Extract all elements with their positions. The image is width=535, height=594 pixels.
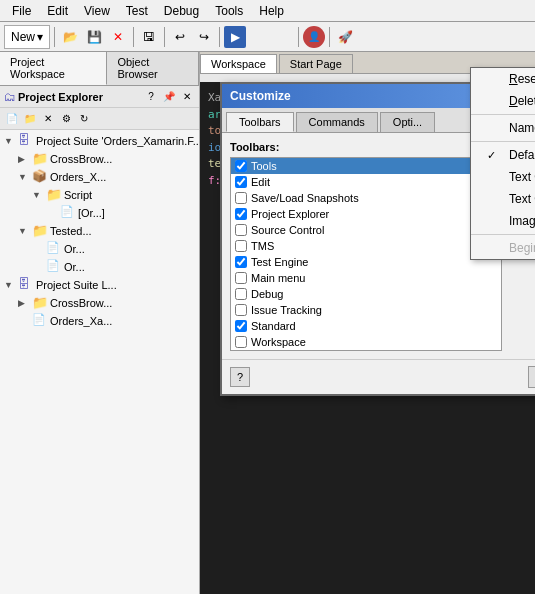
save-all-button[interactable]: 🖫: [138, 26, 160, 48]
tree-toggle-orders-x[interactable]: ▼: [18, 172, 32, 182]
toolbar-item-edit[interactable]: Edit: [231, 174, 501, 190]
toolbar-item-explorer[interactable]: Project Explorer: [231, 206, 501, 222]
refresh-icon[interactable]: ↻: [76, 111, 92, 127]
panel-help-icon[interactable]: ?: [143, 89, 159, 105]
ctx-default-style[interactable]: ✓ Default style: [471, 144, 535, 166]
tree-item-orders-x[interactable]: ▼ 📦 Orders_X...: [16, 168, 197, 186]
ctx-text-always[interactable]: Text Only (Always): [471, 166, 535, 188]
tree-item-script[interactable]: ▼ 📁 Script: [30, 186, 197, 204]
new-dropdown-icon: ▾: [37, 30, 43, 44]
tree-item-tested[interactable]: ▼ 📁 Tested...: [16, 222, 197, 240]
toolbar-check-debug[interactable]: [235, 288, 247, 300]
toolbar-item-standard[interactable]: Standard: [231, 318, 501, 334]
stop-button[interactable]: [248, 26, 270, 48]
menu-help[interactable]: Help: [251, 2, 292, 20]
debug-button[interactable]: [272, 26, 294, 48]
close-dialog-button[interactable]: Close: [528, 366, 535, 388]
ctx-reset[interactable]: Reset: [471, 68, 535, 90]
toolbar-check-test-engine[interactable]: [235, 256, 247, 268]
or2-icon: 📄: [46, 241, 62, 257]
tree-item-orders-xa[interactable]: 📄 Orders_Xa...: [16, 312, 197, 330]
panel-pin-icon[interactable]: 📌: [161, 89, 177, 105]
tree-toggle-crossbrow1[interactable]: ▶: [18, 154, 32, 164]
new-button[interactable]: New ▾: [4, 25, 50, 49]
toolbar-check-workspace[interactable]: [235, 336, 247, 348]
ctx-text-menus[interactable]: Text Only (in Menus): [471, 188, 535, 210]
tree-toggle-suite1[interactable]: ▼: [4, 136, 18, 146]
ctx-image-text-label: Image and Text: [509, 214, 535, 228]
toolbar-item-tms[interactable]: TMS: [231, 238, 501, 254]
ctx-delete[interactable]: Delete: [471, 90, 535, 112]
tab-object-browser[interactable]: Object Browser: [107, 52, 199, 85]
avatar-button[interactable]: 👤: [303, 26, 325, 48]
toolbar-check-issue-tracking[interactable]: [235, 304, 247, 316]
open-button[interactable]: 📂: [59, 26, 81, 48]
new-label: New: [11, 30, 35, 44]
main-toolbar: New ▾ 📂 💾 ✕ 🖫 ↩ ↪ ▶ 👤 🚀: [0, 22, 535, 52]
tree-item-or3[interactable]: 📄 Or...: [30, 258, 197, 276]
menu-tools[interactable]: Tools: [207, 2, 251, 20]
toolbar-item-issue-tracking[interactable]: Issue Tracking: [231, 302, 501, 318]
menu-debug[interactable]: Debug: [156, 2, 207, 20]
toolbar-separator-6: [329, 27, 330, 47]
toolbar-check-standard[interactable]: [235, 320, 247, 332]
menu-view[interactable]: View: [76, 2, 118, 20]
tree-item-or1[interactable]: 📄 [Or...]: [44, 204, 197, 222]
dialog-tab-options[interactable]: Opti...: [380, 112, 435, 132]
toolbar-item-debug[interactable]: Debug: [231, 286, 501, 302]
tab-workspace[interactable]: Workspace: [200, 54, 277, 73]
project-explorer-label: Project Explorer: [18, 91, 103, 103]
toolbar-item-snapshots[interactable]: Save/Load Snapshots: [231, 190, 501, 206]
ctx-text-always-label: Text Only (Always): [509, 170, 535, 184]
save-button[interactable]: 💾: [83, 26, 105, 48]
toolbar-check-explorer[interactable]: [235, 208, 247, 220]
menu-file[interactable]: File: [4, 2, 39, 20]
tree-toggle-crossbrow2[interactable]: ▶: [18, 298, 32, 308]
tree-toggle-script[interactable]: ▼: [32, 190, 46, 200]
orders-xa-label: Orders_Xa...: [50, 315, 112, 327]
toolbar-check-tools[interactable]: [235, 160, 247, 172]
run-button[interactable]: ▶: [224, 26, 246, 48]
menu-test[interactable]: Test: [118, 2, 156, 20]
remove-icon[interactable]: ✕: [40, 111, 56, 127]
panel-close-icon[interactable]: ✕: [179, 89, 195, 105]
tree-item-crossbrow1[interactable]: ▶ 📁 CrossBrow...: [16, 150, 197, 168]
undo-button[interactable]: ↩: [169, 26, 191, 48]
tree-item-suite2[interactable]: ▼ 🗄 Project Suite L...: [2, 276, 197, 294]
toolbar-label-issue-tracking: Issue Tracking: [251, 304, 322, 316]
ctx-name[interactable]: Name: &Add Object...: [471, 117, 535, 139]
add-folder-icon[interactable]: 📁: [22, 111, 38, 127]
toolbar-item-main-menu[interactable]: Main menu: [231, 270, 501, 286]
suite1-label: Project Suite 'Orders_Xamarin.F...: [36, 135, 199, 147]
toolbar-check-edit[interactable]: [235, 176, 247, 188]
help-button[interactable]: ?: [230, 367, 250, 387]
toolbar-label-workspace: Workspace: [251, 336, 306, 348]
toolbars-label: Toolbars:: [230, 141, 502, 153]
toolbar-item-workspace[interactable]: Workspace: [231, 334, 501, 350]
tree-toggle-tested[interactable]: ▼: [18, 226, 32, 236]
toolbar-check-source-control[interactable]: [235, 224, 247, 236]
menu-edit[interactable]: Edit: [39, 2, 76, 20]
toolbar-check-snapshots[interactable]: [235, 192, 247, 204]
add-item-icon[interactable]: 📄: [4, 111, 20, 127]
ctx-begin-group[interactable]: Begin a Group: [471, 237, 535, 259]
close-file-button[interactable]: ✕: [107, 26, 129, 48]
toolbar-item-test-engine[interactable]: Test Engine: [231, 254, 501, 270]
toolbar-check-tms[interactable]: [235, 240, 247, 252]
ctx-image-text[interactable]: Image and Text: [471, 210, 535, 232]
tab-project-workspace[interactable]: Project Workspace: [0, 52, 107, 85]
tree-item-suite1[interactable]: ▼ 🗄 Project Suite 'Orders_Xamarin.F...: [2, 132, 197, 150]
properties-icon[interactable]: ⚙: [58, 111, 74, 127]
ctx-default-label: Default style: [509, 148, 535, 162]
toolbar-item-source-control[interactable]: Source Control: [231, 222, 501, 238]
dialog-tab-commands[interactable]: Commands: [296, 112, 378, 132]
toolbar-check-main-menu[interactable]: [235, 272, 247, 284]
toolbar-item-tools[interactable]: Tools: [231, 158, 501, 174]
dialog-tab-toolbars[interactable]: Toolbars: [226, 112, 294, 132]
publish-button[interactable]: 🚀: [334, 26, 356, 48]
tree-item-or2[interactable]: 📄 Or...: [30, 240, 197, 258]
redo-button[interactable]: ↪: [193, 26, 215, 48]
tree-toggle-suite2[interactable]: ▼: [4, 280, 18, 290]
tab-start-page[interactable]: Start Page: [279, 54, 353, 73]
tree-item-crossbrow2[interactable]: ▶ 📁 CrossBrow...: [16, 294, 197, 312]
